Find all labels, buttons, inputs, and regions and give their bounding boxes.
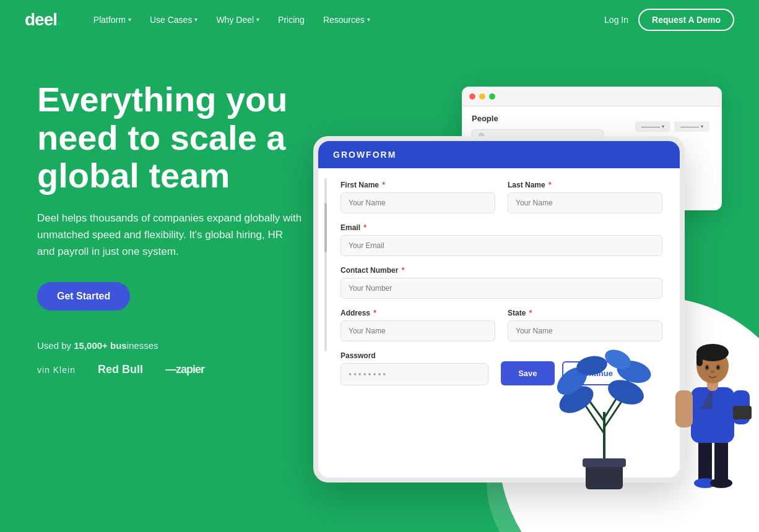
form-header: GROWFORM: [318, 141, 680, 168]
nav-links: Platform ▾ Use Cases ▾ Why Deel ▾ Pricin…: [86, 10, 604, 30]
last-name-group: Last Name *: [508, 181, 662, 213]
form-title: GROWFORM: [333, 150, 396, 160]
chevron-down-icon: ▾: [662, 124, 664, 129]
state-label: State *: [508, 309, 662, 317]
last-name-input[interactable]: [508, 192, 662, 213]
save-button[interactable]: Save: [501, 361, 554, 385]
browser-filters: ———▾ ———▾: [635, 121, 709, 132]
svg-point-19: [710, 478, 732, 488]
chevron-down-icon: ▾: [256, 16, 259, 23]
svg-point-30: [706, 366, 708, 369]
address-input[interactable]: [340, 320, 495, 341]
svg-point-31: [717, 366, 719, 369]
get-started-button[interactable]: Get Started: [37, 282, 130, 311]
contact-label: Contact Number *: [340, 266, 662, 275]
person-illustration: [666, 319, 759, 495]
first-name-input[interactable]: [340, 192, 495, 213]
form-row-name: First Name * Last Name *: [340, 181, 662, 213]
logos-row: vin Klein Red Bull —zapier: [37, 363, 303, 376]
svg-rect-23: [733, 406, 752, 419]
hero-description: Deel helps thousands of companies expand…: [37, 210, 303, 260]
chevron-down-icon: ▾: [194, 16, 197, 23]
last-name-label: Last Name *: [508, 181, 662, 189]
password-group: Password: [340, 351, 488, 385]
browser-close-dot: [469, 93, 475, 100]
hero-title: Everything you need to scale a global te…: [37, 80, 303, 195]
chevron-down-icon: ▾: [701, 124, 703, 129]
chevron-down-icon: ▾: [128, 16, 131, 23]
email-group: Email *: [340, 223, 662, 256]
svg-rect-21: [675, 390, 693, 427]
first-name-group: First Name *: [340, 181, 495, 213]
plant-decoration: [549, 332, 660, 495]
browser-maximize-dot: [489, 93, 495, 100]
svg-rect-16: [698, 440, 712, 483]
login-link[interactable]: Log In: [604, 15, 628, 25]
mockup-area: People 🔍 ———▾ ———▾: [326, 49, 759, 495]
svg-rect-17: [714, 440, 728, 483]
first-name-label: First Name *: [340, 181, 495, 189]
email-label: Email *: [340, 223, 662, 232]
nav-why-deel[interactable]: Why Deel ▾: [209, 10, 267, 30]
email-input[interactable]: [340, 235, 662, 256]
contact-input[interactable]: [340, 278, 662, 299]
svg-rect-4: [583, 458, 626, 467]
navbar: deel. Platform ▾ Use Cases ▾ Why Deel ▾ …: [0, 0, 759, 39]
used-by-text: Used by 15,000+ businesses: [37, 340, 303, 351]
password-input[interactable]: [340, 363, 488, 385]
svg-rect-27: [696, 353, 703, 366]
logo[interactable]: deel.: [25, 10, 61, 30]
nav-use-cases[interactable]: Use Cases ▾: [142, 10, 205, 30]
form-row-email: Email *: [340, 223, 662, 256]
chevron-down-icon: ▾: [367, 16, 370, 23]
red-bull-logo: Red Bull: [98, 363, 143, 376]
nav-pricing[interactable]: Pricing: [271, 10, 312, 30]
request-demo-button[interactable]: Request A Demo: [638, 9, 734, 31]
nav-resources[interactable]: Resources ▾: [316, 10, 378, 30]
address-group: Address *: [340, 309, 495, 341]
address-label: Address *: [340, 309, 495, 317]
nav-right: Log In Request A Demo: [604, 9, 734, 31]
contact-group: Contact Number *: [340, 266, 662, 299]
hero-content: Everything you need to scale a global te…: [0, 0, 303, 376]
form-row-contact: Contact Number *: [340, 266, 662, 299]
calvin-klein-logo: vin Klein: [37, 365, 76, 375]
tablet-scrollbar[interactable]: [324, 178, 327, 351]
browser-minimize-dot: [479, 93, 485, 100]
nav-platform[interactable]: Platform ▾: [86, 10, 139, 30]
zapier-logo: —zapier: [165, 363, 204, 376]
browser-titlebar: [462, 87, 722, 106]
password-label: Password: [340, 351, 488, 360]
svg-point-32: [711, 371, 714, 373]
